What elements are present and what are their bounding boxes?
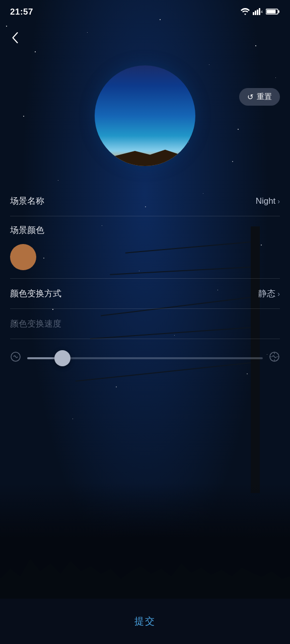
status-time: 21:57 — [10, 7, 33, 17]
svg-rect-3 — [257, 10, 258, 15]
signal-icon: 4G — [253, 8, 263, 17]
chevron-icon: › — [277, 197, 280, 205]
scene-name-value[interactable]: Night › — [256, 196, 280, 206]
status-icons: 4G — [241, 8, 280, 17]
scene-name-row[interactable]: 场景名称 Night › — [10, 186, 280, 216]
scene-color-section: 场景颜色 — [10, 216, 280, 279]
preview-mountain — [95, 141, 195, 166]
chevron-icon: › — [277, 290, 280, 298]
svg-rect-8 — [267, 10, 276, 13]
svg-rect-1 — [253, 12, 254, 15]
wifi-icon — [241, 8, 250, 17]
slider-container — [10, 351, 280, 365]
svg-rect-7 — [278, 10, 280, 13]
slider-track[interactable] — [27, 357, 263, 359]
color-speed-row: 颜色变换速度 — [10, 309, 280, 339]
color-mode-label: 颜色变换方式 — [10, 288, 61, 299]
settings-panel: 场景名称 Night › 场景颜色 颜色变换方式 静态 › 颜色变换速度 — [0, 186, 290, 373]
slider-max-icon — [269, 351, 280, 365]
status-bar: 21:57 4G — [0, 0, 290, 24]
back-button[interactable] — [8, 28, 22, 49]
battery-icon — [266, 8, 280, 17]
svg-rect-4 — [259, 8, 260, 15]
submit-button[interactable]: 提交 — [134, 615, 156, 628]
reset-label: 重置 — [257, 92, 272, 102]
submit-bar: 提交 — [0, 599, 290, 644]
slider-thumb[interactable] — [54, 350, 70, 366]
svg-rect-2 — [255, 11, 256, 15]
reset-icon: ↺ — [247, 93, 254, 102]
color-speed-label: 颜色变换速度 — [10, 318, 61, 330]
color-mode-row[interactable]: 颜色变换方式 静态 › — [10, 279, 280, 309]
ground-decoration — [0, 483, 290, 594]
scene-color-label: 场景颜色 — [10, 224, 280, 236]
scene-preview — [95, 65, 195, 166]
slider-min-icon — [10, 351, 21, 365]
preview-gradient — [95, 65, 195, 166]
svg-text:4G: 4G — [261, 10, 263, 14]
scene-name-label: 场景名称 — [10, 195, 44, 207]
reset-button[interactable]: ↺ 重置 — [239, 88, 280, 106]
color-mode-value[interactable]: 静态 › — [258, 288, 280, 299]
color-swatch[interactable] — [10, 244, 36, 270]
slider-section — [10, 339, 280, 373]
